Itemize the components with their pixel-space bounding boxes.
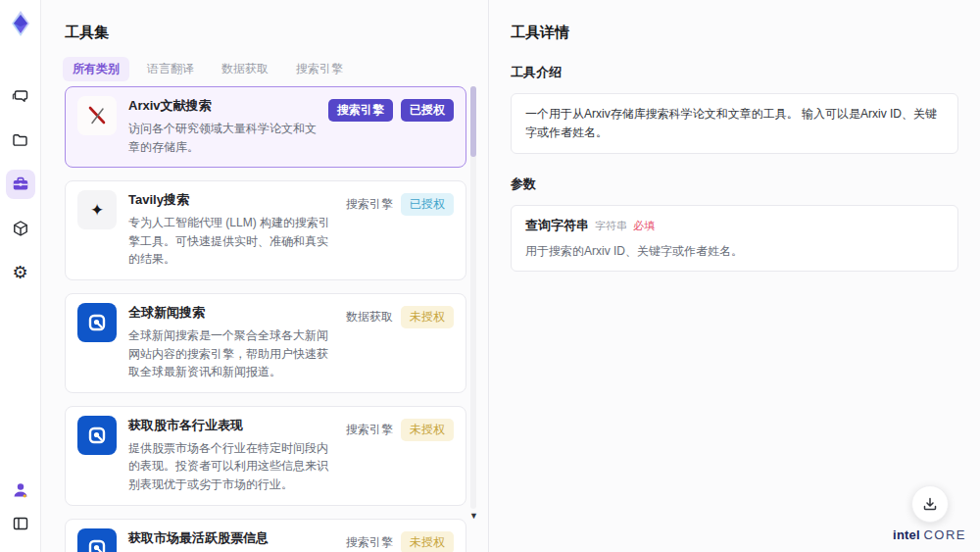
category-tabs: 所有类别 语言翻译 数据获取 搜索引擎 xyxy=(63,57,353,81)
tool-card-list: Arxiv文献搜索 访问各个研究领域大量科学论文和文章的存储库。 搜索引擎 已授… xyxy=(65,86,466,552)
tool-card[interactable]: ✦ Tavily搜索 专为人工智能代理 (LLM) 构建的搜索引擎工具。可快速提… xyxy=(65,180,466,280)
scrollbar-down-arrow[interactable]: ▼ xyxy=(469,512,478,521)
tool-name: Arxiv文献搜索 xyxy=(128,97,317,115)
intro-heading: 工具介绍 xyxy=(511,64,958,81)
page-title: 工具集 xyxy=(65,24,109,42)
tab-data-acquisition[interactable]: 数据获取 xyxy=(212,57,278,81)
panel-toggle-icon[interactable] xyxy=(6,509,35,538)
star-icon: ✦ xyxy=(77,190,117,229)
tool-name: Tavily搜索 xyxy=(128,191,334,209)
user-icon[interactable] xyxy=(6,476,35,505)
category-badge: 搜索引擎 xyxy=(346,419,393,441)
params-heading: 参数 xyxy=(511,176,958,193)
tool-card[interactable]: Arxiv文献搜索 访问各个研究领域大量科学论文和文章的存储库。 搜索引擎 已授… xyxy=(65,86,466,168)
list-scrollbar[interactable] xyxy=(470,86,476,509)
chat-icon[interactable] xyxy=(6,81,35,111)
folder-icon[interactable] xyxy=(6,125,35,155)
tool-name: 全球新闻搜索 xyxy=(128,304,334,322)
auth-status-badge: 已授权 xyxy=(401,99,454,122)
auth-status-badge: 未授权 xyxy=(401,306,454,328)
tab-search-engine[interactable]: 搜索引擎 xyxy=(286,57,353,81)
left-rail: ⚙ xyxy=(0,0,41,552)
param-required-flag: 必填 xyxy=(633,219,655,233)
param-name: 查询字符串 xyxy=(525,217,589,234)
tool-description: 提供股票市场各个行业在特定时间段内的表现。投资者可以利用这些信息来识别表现优于或… xyxy=(128,439,334,494)
category-badge: 数据获取 xyxy=(346,306,393,328)
param-description: 用于搜索的Arxiv ID、关键字或作者姓名。 xyxy=(525,243,944,260)
auth-status-badge: 未授权 xyxy=(401,531,454,552)
tool-card[interactable]: 获取市场最活跃股票信息 提供当天交易量最高的股票列表，投资者可以利用这些信息来识… xyxy=(65,519,466,552)
auth-status-badge: 未授权 xyxy=(401,419,454,441)
news-icon xyxy=(77,416,117,455)
tool-card[interactable]: 获取股市各行业表现 提供股票市场各个行业在特定时间段内的表现。投资者可以利用这些… xyxy=(65,406,466,506)
settings-icon[interactable]: ⚙ xyxy=(6,258,35,287)
param-box: 查询字符串 字符串 必填 用于搜索的Arxiv ID、关键字或作者姓名。 xyxy=(511,205,958,272)
category-badge: 搜索引擎 xyxy=(328,99,393,122)
intel-core-logo: intel core xyxy=(893,527,966,542)
news-icon xyxy=(77,528,117,552)
tool-detail-panel: 工具详情 工具介绍 一个用于从Arxiv存储库搜索科学论文和文章的工具。 输入可… xyxy=(489,0,980,552)
tool-description: 全球新闻搜索是一个聚合全球各大新闻网站内容的搜索引擎，帮助用户快速获取全球最新资… xyxy=(128,326,334,381)
tool-description: 专为人工智能代理 (LLM) 构建的搜索引擎工具。可快速提供实时、准确和真实的结… xyxy=(128,214,334,269)
detail-title: 工具详情 xyxy=(511,24,958,42)
download-icon xyxy=(922,496,938,512)
auth-status-badge: 已授权 xyxy=(401,193,454,216)
tool-list-panel: 工具集 所有类别 语言翻译 数据获取 搜索引擎 Arxiv文献搜索 访问各个研究… xyxy=(41,0,488,552)
app-logo xyxy=(6,9,35,38)
news-icon xyxy=(77,303,117,342)
arxiv-icon xyxy=(77,96,117,135)
cube-icon[interactable] xyxy=(6,214,35,243)
intro-box: 一个用于从Arxiv存储库搜索科学论文和文章的工具。 输入可以是Arxiv ID… xyxy=(511,93,958,154)
category-badge: 搜索引擎 xyxy=(346,531,393,552)
download-button[interactable] xyxy=(911,485,949,523)
tab-language-translation[interactable]: 语言翻译 xyxy=(137,57,204,81)
rail-bottom xyxy=(6,476,35,552)
corner-widgets: intel core xyxy=(893,485,966,542)
tool-name: 获取股市各行业表现 xyxy=(128,417,334,434)
tool-card[interactable]: 全球新闻搜索 全球新闻搜索是一个聚合全球各大新闻网站内容的搜索引擎，帮助用户快速… xyxy=(65,293,466,393)
intro-text: 一个用于从Arxiv存储库搜索科学论文和文章的工具。 输入可以是Arxiv ID… xyxy=(525,105,944,142)
rail-nav: ⚙ xyxy=(6,81,35,287)
tab-all-categories[interactable]: 所有类别 xyxy=(63,57,129,81)
scrollbar-thumb[interactable] xyxy=(470,86,476,157)
param-type: 字符串 xyxy=(595,219,627,233)
category-badge: 搜索引擎 xyxy=(346,193,393,216)
panel-divider xyxy=(488,0,489,552)
tool-name: 获取市场最活跃股票信息 xyxy=(128,529,334,547)
toolbox-icon[interactable] xyxy=(6,170,35,199)
tool-description: 访问各个研究领域大量科学论文和文章的存储库。 xyxy=(128,120,317,156)
